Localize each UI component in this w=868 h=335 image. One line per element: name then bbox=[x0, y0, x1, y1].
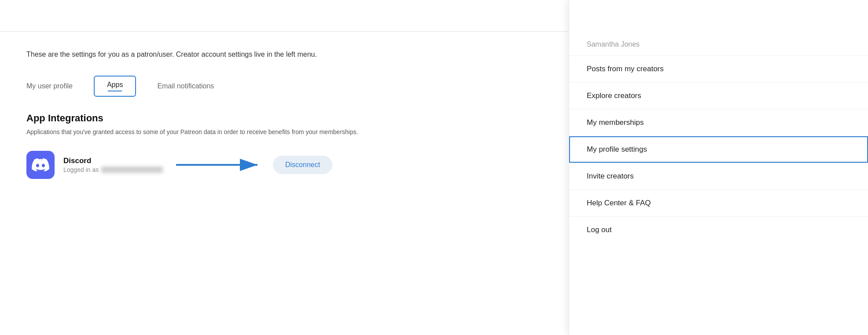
arrow-icon bbox=[176, 154, 264, 176]
dropdown-item-log-out[interactable]: Log out bbox=[569, 217, 868, 243]
app-logged-in: Logged in as bbox=[63, 166, 163, 173]
dropdown-item-help-center[interactable]: Help Center & FAQ bbox=[569, 190, 868, 216]
arrow-container bbox=[176, 154, 264, 176]
dropdown-item-explore-creators[interactable]: Explore creators bbox=[569, 83, 868, 109]
dropdown-username: Samantha Jones bbox=[569, 32, 868, 55]
blurred-username bbox=[101, 167, 163, 173]
section-title: App Integrations bbox=[26, 113, 537, 124]
app-name: Discord bbox=[63, 157, 163, 165]
discord-icon bbox=[32, 158, 49, 171]
discord-app-row: Discord Logged in as Disconnect bbox=[26, 151, 537, 179]
dropdown-item-my-profile-settings[interactable]: My profile settings bbox=[569, 136, 868, 163]
page-description: These are the settings for you as a patr… bbox=[26, 49, 537, 60]
tab-my-user-profile[interactable]: My user profile bbox=[26, 79, 73, 94]
main-content: These are the settings for you as a patr… bbox=[0, 32, 563, 197]
dropdown-menu: Samantha Jones Posts from my creators Ex… bbox=[569, 0, 868, 335]
dropdown-item-my-memberships[interactable]: My memberships bbox=[569, 109, 868, 136]
discord-logo bbox=[26, 151, 55, 179]
tab-email-notifications[interactable]: Email notifications bbox=[157, 79, 214, 94]
tabs: My user profile Apps Email notifications bbox=[26, 76, 537, 97]
disconnect-button[interactable]: Disconnect bbox=[273, 156, 332, 174]
dropdown-item-posts-from-creators[interactable]: Posts from my creators bbox=[569, 56, 868, 82]
dropdown-item-invite-creators[interactable]: Invite creators bbox=[569, 163, 868, 189]
section-description: Applications that you've granted access … bbox=[26, 127, 537, 137]
tab-apps[interactable]: Apps bbox=[94, 76, 136, 97]
app-info: Discord Logged in as bbox=[63, 157, 163, 173]
